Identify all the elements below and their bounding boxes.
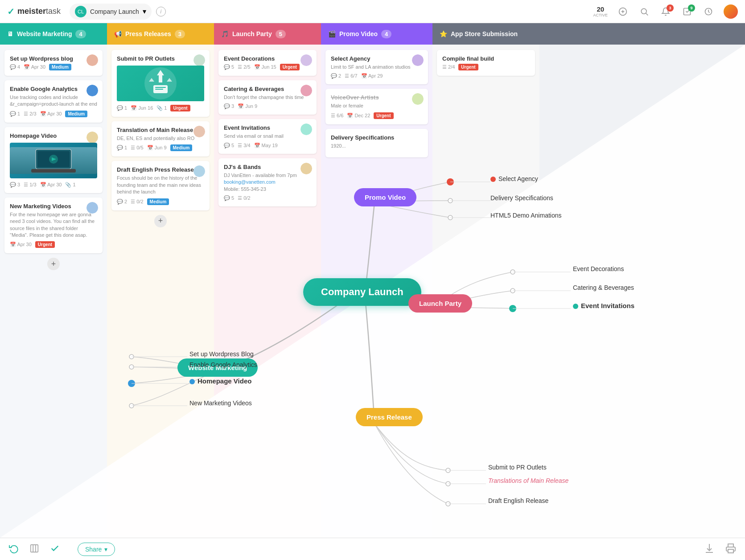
- card-title: Homepage Video: [10, 132, 97, 139]
- card-meta: 📅 Apr 30 Urgent: [10, 241, 97, 248]
- tasks-icon[interactable]: 9: [681, 5, 693, 18]
- add-button[interactable]: [617, 5, 629, 18]
- website-label: Website Marketing: [17, 30, 72, 37]
- card-event-invitations[interactable]: Event Invitations Send via email or snai…: [218, 119, 317, 153]
- card-meta: 💬 1 ☰ 0/5 📅 Jun 9 Medium: [117, 144, 204, 151]
- card-voiceover[interactable]: VoiceOver Artists Male or female ☰ 6/6 📅…: [325, 89, 428, 124]
- card-meta: 💬 2 ☰ 6/7 📅 Apr 29: [331, 73, 423, 79]
- date: 📅 Apr 30: [24, 64, 45, 70]
- kanban-view-icon[interactable]: [29, 544, 39, 555]
- main-area: Set up Wordpress blog 💬 4 📅 Apr 30 Mediu…: [0, 45, 745, 538]
- press-count: 3: [175, 30, 185, 38]
- card-desc: Focus should be on the history of the fo…: [117, 175, 204, 195]
- card-desc: Male or female: [331, 103, 423, 109]
- promo-icon: 🎬: [328, 30, 336, 37]
- avatar: [412, 54, 424, 66]
- card-compile-build[interactable]: Compile final build ☰ 2/4 Urgent: [437, 50, 535, 76]
- chevron-down-icon: ▾: [143, 7, 146, 16]
- nav-right: 20 ACTIVE 3 9: [593, 4, 738, 19]
- avatar: [300, 163, 312, 174]
- avatar: [86, 132, 98, 143]
- card-title: Event Decorations: [224, 55, 311, 62]
- card-draft-release[interactable]: Draft English Press Release Focus should…: [111, 161, 210, 210]
- card-catering[interactable]: Catering & Beverages Don't forget the ch…: [218, 80, 317, 115]
- avatar: [193, 126, 205, 137]
- card-delivery-spec[interactable]: Delivery Specifications 1920...: [325, 129, 428, 157]
- card-submit-pr[interactable]: Submit to PR Outlets: [111, 50, 210, 117]
- share-label: Share: [85, 546, 102, 553]
- card-meta: 💬 1 📅 Jun 16 📎 1 Urgent: [117, 105, 204, 111]
- kanban-col-appstore: Compile final build ☰ 2/4 Urgent: [432, 45, 539, 538]
- active-stat: 20 ACTIVE: [593, 5, 608, 17]
- share-chevron: ▾: [104, 546, 107, 553]
- appstore-label: App Store Submission: [451, 30, 518, 37]
- avatar: [300, 54, 312, 66]
- card-meta: 💬 1 ☰ 2/3 📅 Apr 30 Medium: [10, 111, 97, 117]
- column-header-launch: 🎵 Launch Party 5: [214, 23, 321, 45]
- kanban-columns: Set up Wordpress blog 💬 4 📅 Apr 30 Mediu…: [0, 45, 539, 538]
- mindmap-leaf-decorations: Event Decorations: [573, 265, 624, 272]
- info-icon[interactable]: i: [156, 7, 166, 16]
- column-header-press: 📢 Press Releases 3: [107, 23, 214, 45]
- avatar: [300, 85, 312, 96]
- project-selector[interactable]: CL Company Launch ▾: [70, 4, 152, 20]
- card-translation[interactable]: Translation of Main Release DE, EN, ES a…: [111, 121, 210, 156]
- card-title: VoiceOver Artists: [331, 94, 423, 101]
- press-label: Press Releases: [125, 30, 171, 37]
- launch-count: 5: [276, 30, 286, 38]
- card-meta: 💬 5 ☰ 3/4 📅 May 19: [224, 143, 311, 148]
- card-image: [10, 143, 97, 178]
- bottom-icons: Share ▾: [9, 543, 115, 556]
- card-image-submit: [117, 66, 204, 101]
- user-avatar[interactable]: [724, 4, 738, 19]
- top-nav: ✓ meistertask CL Company Launch ▾ i 20 A…: [0, 0, 745, 23]
- card-title: Select Agency: [331, 55, 423, 62]
- card-title: Set up Wordpress blog: [10, 55, 97, 62]
- card-desc: For the new homepage we are gonna need 3…: [10, 211, 97, 239]
- download-icon[interactable]: [704, 543, 715, 556]
- card-meta: 💬 5 ☰ 0/2: [224, 195, 311, 201]
- svg-point-3: [641, 8, 646, 14]
- card-event-decorations[interactable]: Event Decorations 💬 5 ☰ 2/5 📅 Jun 15 Urg…: [218, 50, 317, 76]
- project-avatar: CL: [75, 6, 86, 17]
- share-button[interactable]: Share ▾: [78, 543, 115, 556]
- kanban-col-press: Submit to PR Outlets: [107, 45, 214, 538]
- card-desc: Limit to SF and LA animation studios: [331, 64, 423, 70]
- column-header-appstore: ⭐ App Store Submission: [432, 23, 745, 45]
- search-icon[interactable]: [638, 5, 650, 18]
- notifications-icon[interactable]: 3: [659, 5, 672, 18]
- history-icon[interactable]: [9, 544, 19, 555]
- card-meta: 💬 2 ☰ 0/2 Medium: [117, 198, 204, 205]
- launch-icon: 🎵: [221, 30, 229, 37]
- app-logo: ✓ meistertask: [7, 6, 61, 17]
- card-homepage-video[interactable]: Homepage Video 💬 3 ☰ 1/3 📅 Apr 30 📎 1: [4, 127, 103, 193]
- promo-label: Promo Video: [339, 30, 378, 37]
- timer-icon[interactable]: [702, 5, 715, 18]
- columns-header: 🖥 Website Marketing 4 📢 Press Releases 3…: [0, 23, 745, 45]
- card-meta: ☰ 2/4 Urgent: [442, 64, 530, 70]
- card-analytics[interactable]: Enable Google Analytics Use tracking cod…: [4, 80, 103, 123]
- add-card-press[interactable]: +: [154, 215, 167, 227]
- add-card-website[interactable]: +: [47, 258, 60, 270]
- card-select-agency[interactable]: Select Agency Limit to SF and LA animati…: [325, 50, 428, 84]
- project-name: Company Launch: [90, 8, 139, 15]
- card-djs[interactable]: DJ's & Bands DJ VanEtten - available fro…: [218, 158, 317, 206]
- card-wordpress[interactable]: Set up Wordpress blog 💬 4 📅 Apr 30 Mediu…: [4, 50, 103, 76]
- card-meta: 💬 3 📅 Jun 9: [224, 103, 311, 109]
- press-icon: 📢: [114, 30, 122, 37]
- print-icon[interactable]: [725, 543, 736, 556]
- check-view-icon[interactable]: [50, 544, 60, 555]
- avatar: [193, 54, 205, 66]
- launch-label: Launch Party: [232, 30, 272, 37]
- svg-rect-45: [31, 544, 38, 552]
- comment-count: 💬 4: [10, 64, 20, 70]
- card-title: New Marketing Videos: [10, 203, 97, 210]
- tasks-badge: 9: [688, 4, 695, 12]
- card-meta: 💬 5 ☰ 2/5 📅 Jun 15 Urgent: [224, 64, 311, 70]
- card-title: Enable Google Analytics: [10, 86, 97, 92]
- avatar: [86, 85, 98, 96]
- avatar: [86, 54, 98, 66]
- card-marketing-videos[interactable]: New Marketing Videos For the new homepag…: [4, 198, 103, 254]
- card-title: Catering & Beverages: [224, 86, 311, 92]
- card-meta: 💬 4 📅 Apr 30 Medium: [10, 64, 97, 70]
